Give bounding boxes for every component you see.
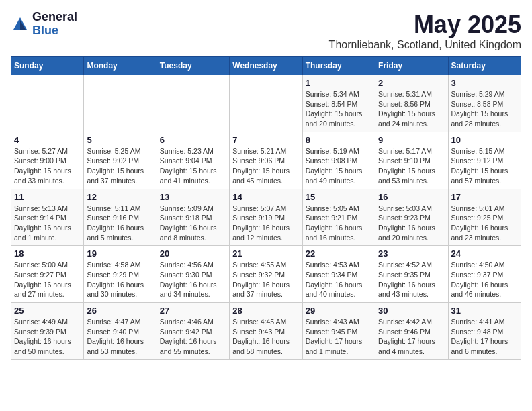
calendar-cell: 7Sunrise: 5:21 AMSunset: 9:06 PMDaylight…	[230, 132, 302, 189]
logo-blue-label: Blue	[32, 24, 77, 38]
day-info: Sunrise: 5:05 AMSunset: 9:21 PMDaylight:…	[306, 203, 372, 243]
calendar-cell: 6Sunrise: 5:23 AMSunset: 9:04 PMDaylight…	[157, 132, 229, 189]
calendar-cell: 28Sunrise: 4:45 AMSunset: 9:43 PMDayligh…	[230, 303, 302, 360]
calendar-cell: 10Sunrise: 5:15 AMSunset: 9:12 PMDayligh…	[448, 132, 521, 189]
calendar-cell: 15Sunrise: 5:05 AMSunset: 9:21 PMDayligh…	[302, 189, 375, 246]
day-info: Sunrise: 5:29 AMSunset: 8:58 PMDaylight:…	[451, 89, 518, 129]
calendar-cell: 26Sunrise: 4:47 AMSunset: 9:40 PMDayligh…	[84, 303, 157, 360]
calendar-cell	[84, 75, 157, 132]
title-section: May 2025 Thornliebank, Scotland, United …	[329, 11, 521, 51]
day-number: 13	[160, 192, 226, 202]
logo-icon	[11, 15, 30, 34]
day-info: Sunrise: 4:53 AMSunset: 9:34 PMDaylight:…	[306, 260, 372, 300]
day-info: Sunrise: 5:17 AMSunset: 9:10 PMDaylight:…	[378, 146, 445, 186]
calendar-cell: 1Sunrise: 5:34 AMSunset: 8:54 PMDaylight…	[302, 75, 375, 132]
day-number: 21	[232, 248, 299, 259]
calendar-cell: 17Sunrise: 5:01 AMSunset: 9:25 PMDayligh…	[448, 189, 521, 246]
calendar-cell: 21Sunrise: 4:55 AMSunset: 9:32 PMDayligh…	[230, 246, 302, 303]
calendar-cell: 14Sunrise: 5:07 AMSunset: 9:19 PMDayligh…	[230, 189, 302, 246]
day-number: 26	[87, 306, 153, 316]
calendar-cell: 16Sunrise: 5:03 AMSunset: 9:23 PMDayligh…	[375, 189, 448, 246]
day-info: Sunrise: 5:11 AMSunset: 9:16 PMDaylight:…	[87, 203, 153, 243]
day-info: Sunrise: 5:34 AMSunset: 8:54 PMDaylight:…	[306, 89, 372, 129]
calendar-table: SundayMondayTuesdayWednesdayThursdayFrid…	[11, 56, 521, 360]
day-info: Sunrise: 5:01 AMSunset: 9:25 PMDaylight:…	[451, 203, 518, 243]
calendar-cell: 3Sunrise: 5:29 AMSunset: 8:58 PMDaylight…	[448, 75, 521, 132]
day-of-week-header: Thursday	[302, 57, 375, 75]
calendar-week-row: 18Sunrise: 5:00 AMSunset: 9:27 PMDayligh…	[11, 246, 521, 303]
day-number: 8	[306, 135, 372, 145]
day-number: 29	[306, 306, 372, 316]
day-number: 30	[378, 306, 445, 316]
day-number: 3	[451, 78, 518, 88]
calendar-cell: 18Sunrise: 5:00 AMSunset: 9:27 PMDayligh…	[11, 246, 84, 303]
day-info: Sunrise: 5:09 AMSunset: 9:18 PMDaylight:…	[160, 203, 226, 243]
calendar-subtitle: Thornliebank, Scotland, United Kingdom	[329, 39, 521, 51]
day-info: Sunrise: 5:27 AMSunset: 9:00 PMDaylight:…	[14, 146, 81, 186]
day-number: 16	[378, 192, 445, 202]
day-number: 14	[232, 192, 299, 202]
day-number: 1	[306, 78, 372, 88]
day-number: 20	[160, 248, 226, 259]
day-info: Sunrise: 5:03 AMSunset: 9:23 PMDaylight:…	[378, 203, 445, 243]
day-info: Sunrise: 5:23 AMSunset: 9:04 PMDaylight:…	[160, 146, 226, 186]
calendar-cell: 24Sunrise: 4:50 AMSunset: 9:37 PMDayligh…	[448, 246, 521, 303]
calendar-cell: 11Sunrise: 5:13 AMSunset: 9:14 PMDayligh…	[11, 189, 84, 246]
day-of-week-header: Sunday	[11, 57, 84, 75]
calendar-week-row: 1Sunrise: 5:34 AMSunset: 8:54 PMDaylight…	[11, 75, 521, 132]
day-of-week-header: Tuesday	[157, 57, 229, 75]
day-info: Sunrise: 4:46 AMSunset: 9:42 PMDaylight:…	[160, 317, 226, 357]
day-number: 7	[232, 135, 299, 145]
calendar-cell: 29Sunrise: 4:43 AMSunset: 9:45 PMDayligh…	[302, 303, 375, 360]
day-number: 22	[306, 248, 372, 259]
day-number: 28	[232, 306, 299, 316]
calendar-cell: 4Sunrise: 5:27 AMSunset: 9:00 PMDaylight…	[11, 132, 84, 189]
day-number: 25	[14, 306, 81, 316]
day-number: 6	[160, 135, 226, 145]
day-number: 9	[378, 135, 445, 145]
calendar-cell: 20Sunrise: 4:56 AMSunset: 9:30 PMDayligh…	[157, 246, 229, 303]
day-info: Sunrise: 4:45 AMSunset: 9:43 PMDaylight:…	[232, 317, 299, 357]
calendar-week-row: 25Sunrise: 4:49 AMSunset: 9:39 PMDayligh…	[11, 303, 521, 360]
day-info: Sunrise: 5:15 AMSunset: 9:12 PMDaylight:…	[451, 146, 518, 186]
day-of-week-header: Monday	[84, 57, 157, 75]
calendar-cell: 8Sunrise: 5:19 AMSunset: 9:08 PMDaylight…	[302, 132, 375, 189]
day-number: 27	[160, 306, 226, 316]
days-of-week-row: SundayMondayTuesdayWednesdayThursdayFrid…	[11, 57, 521, 75]
day-number: 24	[451, 248, 518, 259]
day-info: Sunrise: 4:49 AMSunset: 9:39 PMDaylight:…	[14, 317, 81, 357]
day-info: Sunrise: 5:25 AMSunset: 9:02 PMDaylight:…	[87, 146, 153, 186]
logo-text: General Blue	[32, 11, 77, 38]
calendar-cell: 27Sunrise: 4:46 AMSunset: 9:42 PMDayligh…	[157, 303, 229, 360]
calendar-title: May 2025	[329, 11, 521, 39]
calendar-cell	[230, 75, 302, 132]
day-number: 4	[14, 135, 81, 145]
day-info: Sunrise: 5:00 AMSunset: 9:27 PMDaylight:…	[14, 260, 81, 300]
calendar-week-row: 4Sunrise: 5:27 AMSunset: 9:00 PMDaylight…	[11, 132, 521, 189]
day-info: Sunrise: 4:52 AMSunset: 9:35 PMDaylight:…	[378, 260, 445, 300]
day-number: 2	[378, 78, 445, 88]
day-of-week-header: Saturday	[448, 57, 521, 75]
day-info: Sunrise: 5:19 AMSunset: 9:08 PMDaylight:…	[306, 146, 372, 186]
calendar-cell: 23Sunrise: 4:52 AMSunset: 9:35 PMDayligh…	[375, 246, 448, 303]
calendar-cell: 12Sunrise: 5:11 AMSunset: 9:16 PMDayligh…	[84, 189, 157, 246]
day-info: Sunrise: 4:50 AMSunset: 9:37 PMDaylight:…	[451, 260, 518, 300]
calendar-cell	[11, 75, 84, 132]
calendar-cell: 22Sunrise: 4:53 AMSunset: 9:34 PMDayligh…	[302, 246, 375, 303]
day-number: 17	[451, 192, 518, 202]
day-of-week-header: Friday	[375, 57, 448, 75]
calendar-cell: 9Sunrise: 5:17 AMSunset: 9:10 PMDaylight…	[375, 132, 448, 189]
day-number: 11	[14, 192, 81, 202]
day-info: Sunrise: 4:47 AMSunset: 9:40 PMDaylight:…	[87, 317, 153, 357]
day-number: 18	[14, 248, 81, 259]
logo: General Blue	[11, 11, 77, 38]
day-info: Sunrise: 4:58 AMSunset: 9:29 PMDaylight:…	[87, 260, 153, 300]
calendar-cell	[157, 75, 229, 132]
day-info: Sunrise: 4:55 AMSunset: 9:32 PMDaylight:…	[232, 260, 299, 300]
header: General Blue May 2025 Thornliebank, Scot…	[11, 11, 521, 51]
day-info: Sunrise: 5:07 AMSunset: 9:19 PMDaylight:…	[232, 203, 299, 243]
calendar-cell: 30Sunrise: 4:42 AMSunset: 9:46 PMDayligh…	[375, 303, 448, 360]
day-number: 12	[87, 192, 153, 202]
calendar-cell: 31Sunrise: 4:41 AMSunset: 9:48 PMDayligh…	[448, 303, 521, 360]
day-info: Sunrise: 5:31 AMSunset: 8:56 PMDaylight:…	[378, 89, 445, 129]
